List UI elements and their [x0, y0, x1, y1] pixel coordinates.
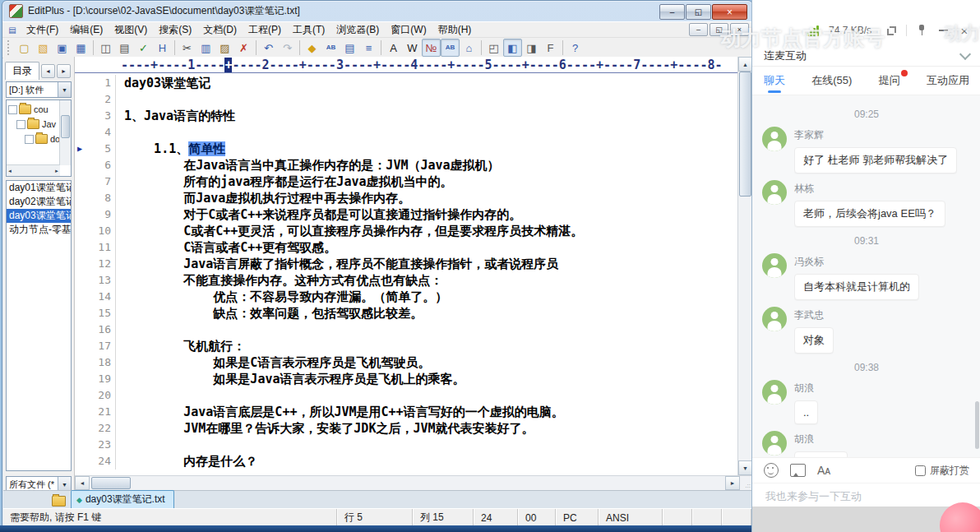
new-file-icon[interactable]: ▢: [15, 39, 34, 57]
chat-section-header[interactable]: 连麦互动: [752, 46, 980, 67]
scroll-left-icon[interactable]: ◄: [7, 169, 12, 173]
chat-tab[interactable]: 在线(55): [811, 67, 852, 95]
menu-item[interactable]: 视图(V): [109, 22, 153, 38]
close-button[interactable]: ×: [712, 4, 747, 20]
editor-vertical-scrollbar[interactable]: ▲ ▼: [737, 57, 752, 475]
menu-item[interactable]: 窗口(W): [385, 22, 432, 38]
editor-area[interactable]: ----+----1----+----2----+----3----+----4…: [75, 57, 737, 475]
tree-checkbox[interactable]: [16, 120, 25, 129]
pin-icon[interactable]: [915, 24, 928, 37]
file-list-item[interactable]: day01课堂笔记: [7, 181, 71, 195]
scroll-right-icon[interactable]: ►: [725, 476, 740, 490]
close-icon[interactable]: ×: [958, 24, 971, 37]
tab-directory[interactable]: 目录: [5, 62, 39, 80]
tree-checkbox[interactable]: [8, 105, 17, 114]
cliptext-icon[interactable]: ◨: [522, 39, 541, 57]
menu-item[interactable]: 工程(P): [243, 22, 287, 38]
find-icon[interactable]: ◆: [303, 39, 321, 57]
find-in-files-icon[interactable]: ▤: [340, 39, 359, 57]
restore-button[interactable]: ◱: [686, 4, 711, 20]
gift-button[interactable]: [940, 502, 980, 532]
menu-item[interactable]: 文档(D): [197, 22, 243, 38]
block-rewards-checkbox[interactable]: [915, 465, 926, 476]
editor-horizontal-scrollbar[interactable]: ◄ ► .::: [75, 475, 751, 490]
tree-vertical-scrollbar[interactable]: [59, 100, 71, 165]
line-numbers-icon[interactable]: №: [422, 39, 441, 57]
column-ruler-icon[interactable]: AB: [441, 39, 460, 57]
tree-item[interactable]: do: [7, 132, 60, 146]
chat-message-stream[interactable]: 09:25李家辉好了 杜老师 郭老师帮我解决了林栋老师，后续会将java EE吗…: [752, 95, 980, 457]
function-list-icon[interactable]: F: [541, 39, 560, 57]
chat-tab[interactable]: 互动应用: [927, 67, 969, 95]
chat-scrollbar-thumb[interactable]: [975, 401, 979, 449]
scroll-up-icon[interactable]: ▲: [738, 57, 752, 72]
line-marker: [75, 124, 85, 141]
file-list-item[interactable]: day02课堂笔记: [7, 195, 71, 209]
menu-item[interactable]: 帮助(H): [432, 22, 478, 38]
chevron-down-icon[interactable]: [959, 49, 971, 60]
font-size-icon[interactable]: Aᴀ: [817, 464, 830, 477]
context-help-icon[interactable]: ?: [566, 39, 585, 57]
print-icon[interactable]: ▤: [115, 39, 134, 57]
scrollbar-thumb[interactable]: [91, 477, 131, 489]
chat-tab[interactable]: 聊天: [764, 67, 785, 95]
replace-icon[interactable]: AB: [321, 39, 340, 57]
chevron-down-icon[interactable]: ▼: [58, 82, 71, 97]
menu-item[interactable]: 文件(F): [21, 22, 64, 38]
scroll-down-icon[interactable]: ▼: [738, 460, 752, 475]
file-list-item[interactable]: 动力节点-零基: [7, 223, 71, 237]
block-rewards-option[interactable]: 屏蔽打赏: [915, 464, 969, 478]
line-number: 8: [85, 190, 116, 206]
emoji-icon[interactable]: [764, 463, 779, 478]
paste-icon[interactable]: ▨: [215, 39, 234, 57]
open-file-icon[interactable]: ▧: [34, 39, 53, 57]
tree-checkbox[interactable]: [25, 135, 34, 144]
chat-message-input[interactable]: [764, 489, 969, 503]
spell-check-icon[interactable]: ✓: [134, 39, 153, 57]
line-number: 14: [85, 289, 116, 305]
menu-item[interactable]: 搜索(S): [153, 22, 197, 38]
file-list-item[interactable]: day03课堂笔记: [7, 209, 71, 223]
minimize-button[interactable]: –: [659, 4, 685, 20]
save-all-icon[interactable]: ▦: [72, 39, 90, 57]
mdi-minimize-button[interactable]: –: [689, 23, 708, 36]
drive-select[interactable]: [D:] 软件 ▼: [6, 81, 72, 98]
expand-icon[interactable]: [885, 24, 898, 37]
sort-lines-icon[interactable]: ≡: [359, 39, 378, 57]
menu-item[interactable]: 编辑(E): [64, 22, 109, 38]
document-tab[interactable]: ◆ day03课堂笔记.txt: [71, 490, 174, 509]
font-icon[interactable]: A: [384, 39, 403, 57]
mdi-restore-button[interactable]: ◱: [710, 23, 728, 36]
browser-preview-icon[interactable]: ⌂: [460, 39, 478, 57]
directory-toggle-button[interactable]: [49, 493, 67, 508]
tree-horizontal-scrollbar[interactable]: ◄ ►: [7, 164, 60, 176]
document-menu-icon[interactable]: ▤: [7, 24, 18, 35]
chat-tabs: 聊天在线(55)提问互动应用: [752, 67, 980, 95]
menu-item[interactable]: 浏览器(B): [331, 22, 385, 38]
mdi-close-button[interactable]: ×: [730, 23, 749, 36]
save-icon[interactable]: ▣: [53, 39, 72, 57]
tree-item[interactable]: cou: [7, 102, 60, 117]
tree-item[interactable]: Jav: [7, 117, 60, 132]
word-wrap-icon[interactable]: W: [403, 39, 422, 57]
scrollbar-thumb[interactable]: [739, 72, 751, 197]
cut-icon[interactable]: ✂: [178, 39, 196, 57]
sidebar-tab-left-icon[interactable]: ◄: [41, 64, 55, 78]
chat-tab[interactable]: 提问: [879, 67, 900, 95]
chat-footer-strip: [752, 507, 980, 532]
title-bar[interactable]: EditPlus - [D:\course\02-JavaSE\document…: [2, 1, 752, 21]
copy-icon[interactable]: ▥: [196, 39, 215, 57]
undo-icon[interactable]: ↶: [259, 39, 278, 57]
minimize-icon[interactable]: [936, 24, 950, 37]
scroll-left-icon[interactable]: ◄: [75, 476, 90, 490]
scroll-right-icon[interactable]: ►: [54, 169, 59, 173]
print-preview-icon[interactable]: ◫: [96, 39, 115, 57]
menu-item[interactable]: 工具(T): [287, 22, 331, 38]
html-toolbar-icon[interactable]: H: [153, 39, 172, 57]
fullscreen-icon[interactable]: ◰: [484, 39, 503, 57]
sidebar-tab-right-icon[interactable]: ►: [57, 64, 71, 78]
image-icon[interactable]: [790, 464, 806, 477]
delete-icon[interactable]: ✗: [234, 39, 253, 57]
redo-icon[interactable]: ↷: [278, 39, 297, 57]
sidebar-toggle-icon[interactable]: ◧: [503, 39, 522, 57]
